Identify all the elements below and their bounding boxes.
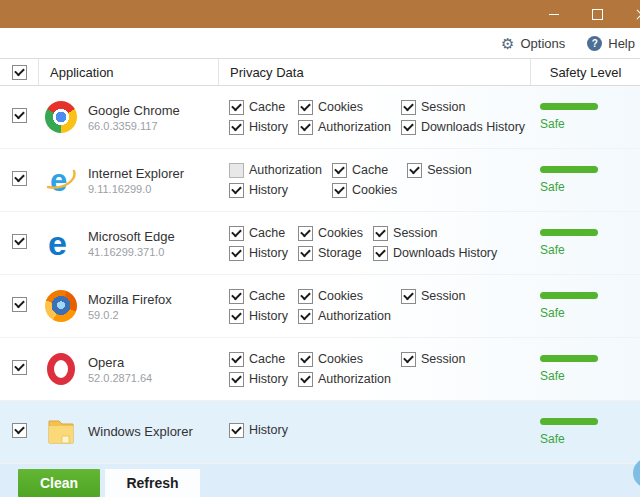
app-name: Google Chrome [88,103,180,118]
refresh-button[interactable]: Refresh [105,469,200,497]
table-row[interactable]: Windows Explorer History Safe [0,401,640,464]
privacy-checkbox-history[interactable]: History [229,183,322,198]
checkbox[interactable] [407,163,422,178]
title-bar [0,0,640,28]
row-select-checkbox[interactable] [12,234,27,249]
privacy-checkbox-cookies[interactable]: Cookies [298,100,391,115]
table-row[interactable]: e Microsoft Edge 41.16299.371.0 CacheCoo… [0,212,640,275]
safety-label: Safe [540,117,565,131]
privacy-checkbox-label: Cookies [318,352,363,366]
privacy-checkbox-label: History [249,423,288,437]
privacy-checkbox-storage[interactable]: Storage [298,246,363,261]
checkbox[interactable] [298,289,313,304]
checkbox[interactable] [229,120,244,135]
privacy-checkbox-label: Authorization [318,309,391,323]
privacy-checkbox-history[interactable]: History [229,309,288,324]
options-label: Options [520,36,565,51]
safety-bar [540,103,598,110]
table-row[interactable]: e Internet Explorer 9.11.16299.0 Authori… [0,149,640,212]
maximize-button[interactable] [575,0,620,28]
row-select-checkbox[interactable] [12,360,27,375]
checkbox[interactable] [401,100,416,115]
app-name: Opera [88,355,152,370]
checkbox[interactable] [229,372,244,387]
edge-icon: e [45,227,77,259]
checkbox[interactable] [298,120,313,135]
checkbox[interactable] [332,183,347,198]
checkbox[interactable] [373,246,388,261]
column-header-application: Application [38,59,218,85]
table-row[interactable]: Opera 52.0.2871.64 CacheCookiesSessionHi… [0,338,640,401]
checkbox[interactable] [229,246,244,261]
row-select-checkbox[interactable] [12,297,27,312]
privacy-checkbox-session[interactable]: Session [401,289,465,304]
maximize-icon [592,9,603,20]
checkbox[interactable] [298,372,313,387]
checkbox[interactable] [373,226,388,241]
safety-label: Safe [540,432,565,446]
privacy-checkbox-authorization[interactable]: Authorization [298,372,391,387]
privacy-checkbox-label: Session [421,352,465,366]
close-button[interactable] [619,0,640,28]
safety-bar [540,292,598,299]
safety-bar [540,229,598,236]
privacy-checkbox-cache[interactable]: Cache [229,100,288,115]
table-row[interactable]: Mozilla Firefox 59.0.2 CacheCookiesSessi… [0,275,640,338]
privacy-checkbox-history[interactable]: History [229,246,288,261]
checkbox[interactable] [401,120,416,135]
checkbox[interactable] [401,352,416,367]
privacy-checkbox-downloads-history[interactable]: Downloads History [373,246,497,261]
privacy-checkbox-cookies[interactable]: Cookies [298,226,363,241]
privacy-checkbox-history[interactable]: History [229,423,288,438]
checkbox[interactable] [229,183,244,198]
privacy-checkbox-cookies[interactable]: Cookies [332,183,397,198]
privacy-checkbox-cache[interactable]: Cache [332,163,397,178]
checkbox[interactable] [229,100,244,115]
checkbox[interactable] [229,352,244,367]
checkbox[interactable] [298,352,313,367]
safety-label: Safe [540,306,565,320]
checkbox[interactable] [298,100,313,115]
opera-icon [45,353,77,385]
privacy-checkbox-authorization[interactable]: Authorization [298,309,391,324]
checkbox[interactable] [229,423,244,438]
minimize-button[interactable] [531,0,576,28]
privacy-checkbox-session[interactable]: Session [401,352,465,367]
privacy-checkbox-session[interactable]: Session [407,163,471,178]
privacy-checkbox-history[interactable]: History [229,372,288,387]
column-header-safety-level: Safety Level [530,59,640,85]
row-select-checkbox[interactable] [12,171,27,186]
privacy-data-grid: CacheCookiesSessionHistoryAuthorizationD… [229,100,525,135]
checkbox[interactable] [229,289,244,304]
checkbox[interactable] [229,226,244,241]
checkbox[interactable] [332,163,347,178]
row-select-checkbox[interactable] [12,423,27,438]
clean-button[interactable]: Clean [18,469,100,497]
gear-icon: ⚙ [501,36,514,51]
checkbox[interactable] [229,309,244,324]
select-all-checkbox[interactable] [12,65,27,80]
table-row[interactable]: Google Chrome 66.0.3359.117 CacheCookies… [0,86,640,149]
checkbox[interactable] [298,226,313,241]
privacy-checkbox-history[interactable]: History [229,120,288,135]
privacy-checkbox-authorization[interactable]: Authorization [298,120,391,135]
privacy-checkbox-cache[interactable]: Cache [229,226,288,241]
privacy-checkbox-cache[interactable]: Cache [229,289,288,304]
options-button[interactable]: ⚙ Options [501,36,565,51]
checkbox[interactable] [298,309,313,324]
privacy-checkbox-cache[interactable]: Cache [229,352,288,367]
privacy-checkbox-session[interactable]: Session [401,100,525,115]
privacy-checkbox-cookies[interactable]: Cookies [298,289,391,304]
privacy-checkbox-downloads-history[interactable]: Downloads History [401,120,525,135]
privacy-checkbox-session[interactable]: Session [373,226,497,241]
row-select-checkbox[interactable] [12,108,27,123]
checkbox[interactable] [298,246,313,261]
help-button[interactable]: ? Help [587,36,635,51]
safety-label: Safe [540,369,565,383]
privacy-checkbox-cookies[interactable]: Cookies [298,352,391,367]
table-header: Application Privacy Data Safety Level [0,58,640,86]
checkbox[interactable] [401,289,416,304]
privacy-checkbox-label: History [249,372,288,386]
safety-bar [540,355,598,362]
privacy-checkbox-label: History [249,246,288,260]
